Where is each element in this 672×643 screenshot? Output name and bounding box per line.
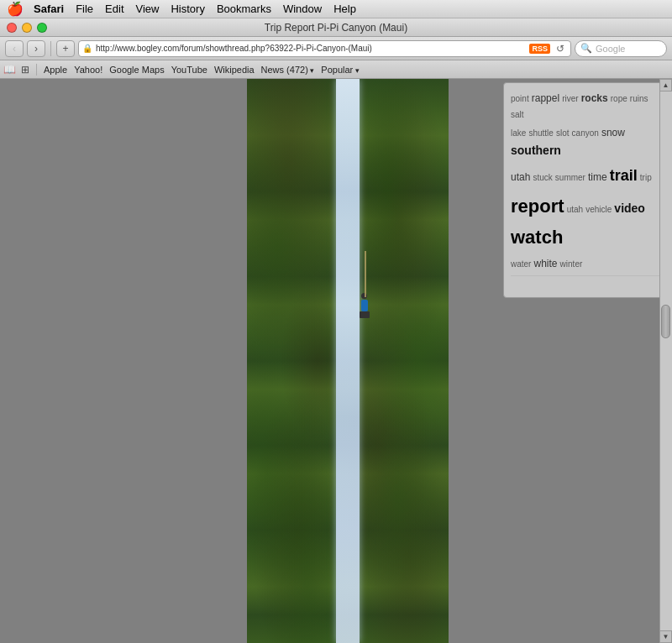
tag-slot[interactable]: slot: [556, 128, 570, 138]
tag-lake[interactable]: lake: [511, 128, 526, 138]
bookmark-googlemaps[interactable]: Google Maps: [109, 65, 164, 75]
lock-icon: 🔒: [82, 44, 92, 53]
tag-rocks[interactable]: rocks: [581, 92, 608, 104]
tag-watch[interactable]: watch: [511, 227, 563, 248]
tag-report[interactable]: report: [511, 196, 564, 217]
left-panel: [0, 79, 195, 643]
center-content: [195, 79, 500, 643]
rss-badge[interactable]: RSS: [529, 44, 550, 54]
forward-button[interactable]: ›: [27, 40, 45, 57]
tag-stuck[interactable]: stuck: [533, 173, 552, 182]
scrollbar-up-button[interactable]: ▲: [659, 79, 672, 91]
refresh-button[interactable]: ↺: [554, 42, 567, 55]
title-bar: Trip Report Pi-Pi Canyon (Maui): [0, 18, 672, 37]
rappeller-figure: [356, 293, 373, 322]
search-bar[interactable]: 🔍 Google: [575, 40, 667, 57]
window-title: Trip Report Pi-Pi Canyon (Maui): [265, 22, 407, 34]
tag-trail[interactable]: trail: [610, 167, 638, 184]
search-icon: 🔍: [580, 43, 592, 54]
address-text: http://www.bogley.com/forum/showthread.p…: [96, 44, 526, 53]
apple-menu[interactable]: 🍎: [7, 1, 24, 17]
tag-water[interactable]: water: [511, 259, 531, 269]
plus-icon: +: [62, 43, 68, 55]
rappeller-rope: [365, 251, 366, 297]
rappeller-body: [361, 300, 368, 311]
tag-line-3: utah stuck summer time trail trip: [511, 163, 661, 189]
tag-point[interactable]: point: [511, 94, 529, 103]
tag-rope[interactable]: rope: [611, 94, 627, 103]
tag-snow[interactable]: snow: [601, 127, 625, 139]
scrollbar-thumb[interactable]: [661, 305, 670, 338]
menu-bar: 🍎 Safari File Edit View History Bookmark…: [0, 0, 672, 18]
menu-safari[interactable]: Safari: [34, 3, 64, 15]
tag-southern[interactable]: southern: [511, 144, 561, 157]
tag-trip[interactable]: trip: [640, 173, 652, 182]
tag-white[interactable]: white: [534, 258, 558, 269]
tag-time[interactable]: time: [588, 171, 607, 183]
toolbar-separator: [50, 41, 51, 56]
menu-history[interactable]: History: [171, 3, 204, 15]
main-content-area: point rappel river rocks rope ruins salt…: [0, 79, 672, 643]
menu-help[interactable]: Help: [333, 3, 356, 15]
tag-cloud-footer: [511, 275, 661, 290]
bookmark-apple[interactable]: Apple: [44, 65, 67, 75]
bookmark-news[interactable]: News (472): [261, 65, 315, 75]
close-button[interactable]: [7, 23, 17, 33]
menu-file[interactable]: File: [76, 3, 93, 15]
tag-line-4: report utah vehicle video watch: [511, 191, 661, 254]
menu-bookmarks[interactable]: Bookmarks: [217, 3, 271, 15]
waterfall-stream: [336, 79, 360, 643]
menu-edit[interactable]: Edit: [105, 3, 123, 15]
tag-shuttle[interactable]: shuttle: [528, 128, 553, 138]
browser-toolbar: ‹ › + 🔒 http://www.bogley.com/forum/show…: [0, 37, 672, 60]
bookmark-separator: [36, 64, 37, 76]
tag-cloud-box: point rappel river rocks rope ruins salt…: [503, 82, 669, 298]
add-bookmark-button[interactable]: +: [56, 40, 75, 57]
menu-window[interactable]: Window: [283, 3, 322, 15]
tag-summer[interactable]: summer: [555, 173, 585, 182]
bookmark-wikipedia[interactable]: Wikipedia: [214, 65, 255, 75]
forward-arrow-icon: ›: [34, 43, 38, 55]
tag-river[interactable]: river: [562, 94, 578, 103]
right-sidebar: point rappel river rocks rope ruins salt…: [500, 79, 672, 643]
bookmark-yahoo[interactable]: Yahoo!: [74, 65, 102, 75]
scrollbar-track[interactable]: ▲ ▼: [659, 79, 672, 643]
waterfall-container: [195, 79, 500, 643]
back-button[interactable]: ‹: [5, 40, 24, 57]
tag-utah2[interactable]: utah: [567, 205, 583, 214]
minimize-button[interactable]: [22, 23, 32, 33]
bookmark-toolbar-icons: 📖 ⊞: [3, 64, 29, 76]
window-controls: [7, 23, 47, 33]
tag-winter[interactable]: winter: [560, 259, 583, 269]
tag-ruins[interactable]: ruins: [630, 94, 648, 103]
maximize-button[interactable]: [37, 23, 47, 33]
rappeller-legs: [360, 311, 370, 318]
grid-icon[interactable]: ⊞: [21, 64, 29, 76]
tag-vehicle[interactable]: vehicle: [585, 205, 612, 214]
waterfall-image: [247, 79, 449, 643]
tag-salt[interactable]: salt: [511, 110, 524, 119]
tag-canyon[interactable]: canyon: [572, 128, 599, 138]
menu-view[interactable]: View: [136, 3, 160, 15]
address-bar[interactable]: 🔒 http://www.bogley.com/forum/showthread…: [78, 40, 571, 57]
tag-line-1: point rappel river rocks rope ruins salt: [511, 90, 661, 123]
scrollbar-down-button[interactable]: ▼: [659, 630, 672, 643]
waterfall-scene: [247, 79, 449, 643]
reader-icon[interactable]: 📖: [3, 64, 16, 76]
back-arrow-icon: ‹: [13, 43, 16, 55]
tag-line-2: lake shuttle slot canyon snow southern: [511, 124, 661, 161]
search-placeholder: Google: [596, 44, 625, 54]
tag-line-5: water white winter: [511, 255, 661, 272]
bookmarks-bar: 📖 ⊞ Apple Yahoo! Google Maps YouTube Wik…: [0, 60, 672, 79]
tag-utah1[interactable]: utah: [511, 171, 530, 183]
bookmark-youtube[interactable]: YouTube: [171, 65, 207, 75]
tag-rappel[interactable]: rappel: [532, 92, 559, 104]
tag-video[interactable]: video: [614, 201, 645, 215]
bookmark-popular[interactable]: Popular: [321, 65, 359, 75]
